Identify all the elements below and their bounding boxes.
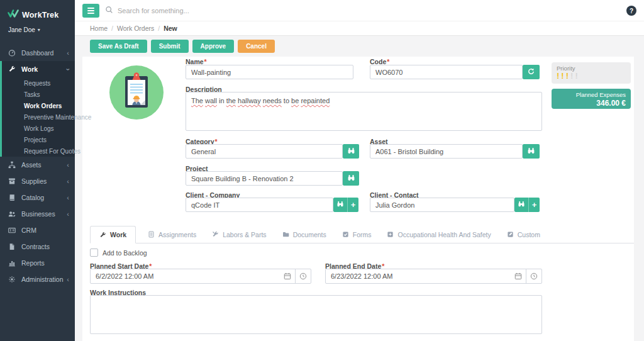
chevron-left-icon: ‹ (67, 211, 69, 218)
file-lines-icon (148, 231, 155, 238)
tab-custom[interactable]: Custom (503, 226, 544, 243)
search-input[interactable] (118, 7, 294, 14)
sidebar-item-contracts[interactable]: Contracts (0, 238, 75, 255)
project-input[interactable] (186, 171, 343, 186)
work-instructions-textarea[interactable] (90, 295, 542, 334)
plus-square-icon (387, 231, 394, 238)
sidebar-item-label: Businesses (21, 210, 55, 218)
detail-tabs: Work Assignments Labors & Parts Document… (90, 226, 634, 243)
sidebar-item-preventive-maintenance[interactable]: Preventive Maintenance (2, 111, 75, 123)
worktrek-logo-icon (8, 9, 19, 21)
tools-icon (212, 231, 219, 238)
chevron-left-icon: ‹ (67, 178, 69, 185)
description-box[interactable]: The wall in the hallway needs to be repa… (186, 92, 542, 131)
sidebar-item-businesses[interactable]: Businesses ‹ (0, 206, 75, 222)
category-input[interactable] (186, 144, 343, 159)
sidebar-toggle-button[interactable] (82, 4, 99, 18)
sidebar-item-administration[interactable]: Administration ‹ (0, 271, 75, 288)
sidebar-item-work[interactable]: Work ‹ (2, 61, 75, 77)
chevron-down-icon: ‹ (65, 68, 72, 70)
tab-label: Work (110, 231, 126, 238)
sidebar-item-label: Assets (21, 161, 42, 169)
tab-labors-parts[interactable]: Labors & Parts (208, 226, 270, 243)
user-menu[interactable]: Jane Doe ▾ (0, 21, 75, 33)
calendar-icon[interactable] (280, 272, 295, 280)
sidebar-item-projects[interactable]: Projects (2, 134, 75, 145)
clock-icon[interactable] (526, 272, 541, 280)
name-input[interactable] (186, 65, 353, 79)
chevron-left-icon: ‹ (67, 162, 69, 169)
client-company-input[interactable] (186, 198, 333, 212)
breadcrumb-separator: / (158, 25, 160, 32)
planned-end-date-input[interactable] (326, 272, 511, 280)
sidebar-item-requests[interactable]: Requests (2, 77, 75, 89)
sidebar-group-work: Work ‹ Requests Tasks Work Orders Preven… (0, 61, 75, 157)
client-contact-input[interactable] (370, 198, 514, 212)
sitemap-icon (8, 161, 18, 169)
cancel-button[interactable]: Cancel (238, 40, 275, 53)
asset-input[interactable] (370, 144, 523, 159)
global-search (105, 0, 294, 21)
plus-icon: + (351, 201, 356, 209)
users-icon (8, 210, 18, 218)
sidebar-item-assets[interactable]: Assets ‹ (0, 157, 75, 173)
tab-assignments[interactable]: Assignments (144, 226, 200, 243)
dashboard-icon (8, 49, 18, 57)
sidebar-item-reports[interactable]: Reports (0, 255, 75, 271)
breadcrumb-home[interactable]: Home (90, 25, 108, 32)
sidebar-item-crm[interactable]: CRM (0, 222, 75, 238)
sidebar-item-label: Supplies (21, 177, 47, 185)
chevron-left-icon: ‹ (67, 194, 69, 201)
code-input[interactable] (370, 65, 523, 79)
file-icon (8, 243, 18, 250)
tab-label: Labors & Parts (223, 231, 266, 238)
category-lookup-button[interactable] (343, 144, 359, 159)
client-company-lookup-button[interactable] (333, 198, 347, 212)
user-name: Jane Doe (8, 26, 35, 33)
project-lookup-button[interactable] (343, 171, 359, 186)
brand[interactable]: WorkTrek (0, 0, 75, 21)
add-to-backlog-checkbox[interactable]: Add to Backlog (90, 249, 147, 257)
planned-expenses-label: Planned Expenses (557, 91, 626, 98)
tab-label: Documents (293, 231, 326, 238)
sidebar-item-catalog[interactable]: Catalog ‹ (0, 189, 75, 206)
search-icon (105, 5, 113, 16)
breadcrumb-separator: / (111, 25, 113, 32)
calendar-icon[interactable] (511, 272, 526, 280)
client-contact-lookup-button[interactable] (514, 198, 528, 212)
planned-start-date-input[interactable] (91, 272, 280, 280)
client-company-add-button[interactable]: + (347, 198, 358, 212)
bar-chart-icon (8, 259, 18, 267)
id-card-icon (8, 226, 18, 234)
breadcrumb-work-orders[interactable]: Work Orders (117, 25, 154, 32)
backlog-label: Add to Backlog (103, 249, 147, 257)
priority-box[interactable]: Priority !!!!! (552, 62, 631, 84)
checkbox-icon[interactable] (90, 249, 98, 257)
sidebar-item-request-for-quotes[interactable]: Request For Quotes (2, 145, 75, 157)
save-as-draft-button[interactable]: Save As Draft (90, 40, 147, 53)
tab-documents[interactable]: Documents (279, 226, 330, 243)
action-buttons: Save As Draft Submit Approve Cancel (90, 40, 275, 53)
sidebar-item-work-logs[interactable]: Work Logs (2, 123, 75, 134)
tab-occupational-health-and-safety[interactable]: Occupational Health And Safety (383, 226, 494, 243)
sidebar-item-dashboard[interactable]: Dashboard ‹ (0, 45, 75, 61)
tab-label: Custom (518, 231, 540, 238)
asset-lookup-button[interactable] (523, 144, 540, 159)
sidebar-item-tasks[interactable]: Tasks (2, 89, 75, 100)
regenerate-code-button[interactable] (523, 65, 540, 79)
planned-end-date-field (325, 269, 542, 284)
approve-button[interactable]: Approve (192, 40, 235, 53)
refresh-icon (527, 67, 535, 77)
submit-button[interactable]: Submit (151, 40, 189, 53)
wrench-icon (99, 232, 106, 238)
tab-forms[interactable]: Forms (338, 226, 375, 243)
sidebar-item-work-orders[interactable]: Work Orders (2, 100, 75, 111)
planned-start-date-field (90, 269, 311, 284)
check-square-icon (342, 231, 349, 238)
client-contact-add-button[interactable]: + (528, 198, 540, 212)
clock-icon[interactable] (296, 272, 311, 280)
breadcrumb: Home / Work Orders / New (75, 21, 644, 36)
help-button[interactable]: ? (626, 6, 636, 16)
tab-work[interactable]: Work (90, 226, 136, 243)
sidebar-item-supplies[interactable]: Supplies ‹ (0, 173, 75, 189)
